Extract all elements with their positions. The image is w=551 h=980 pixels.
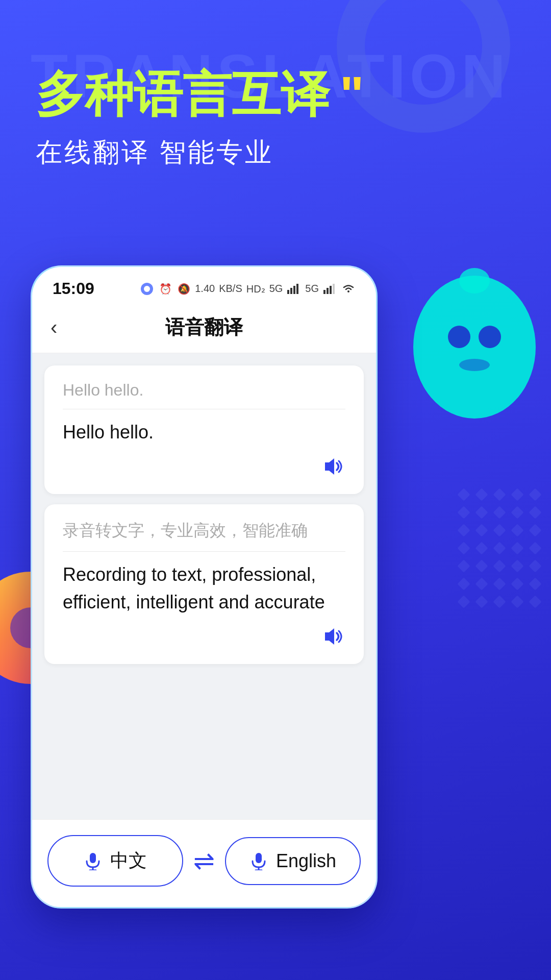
card-1-translated: Hello hello. (63, 419, 345, 446)
kb-speed: 1.40 (195, 283, 215, 295)
svg-rect-47 (327, 288, 329, 294)
status-bar: 15:09 ⏰ 🔕 1.40 KB/S HD₂ 5G 5G (32, 267, 376, 302)
swap-button[interactable]: ⇌ (193, 846, 215, 876)
svg-rect-14 (529, 506, 541, 519)
svg-rect-45 (296, 284, 298, 294)
svg-rect-12 (493, 506, 506, 519)
svg-rect-26 (475, 559, 488, 572)
hd2-badge: HD₂ (246, 283, 265, 295)
svg-rect-36 (475, 595, 488, 608)
deco-ghost (403, 265, 551, 429)
svg-rect-30 (457, 577, 470, 590)
svg-point-2 (479, 326, 501, 348)
svg-rect-11 (475, 506, 488, 519)
translation-card-1: Hello hello. Hello hello. (44, 365, 364, 494)
svg-rect-17 (493, 524, 506, 536)
svg-rect-7 (493, 488, 506, 501)
card-1-original: Hello hello. (63, 381, 345, 409)
svg-rect-27 (493, 559, 506, 572)
signal-icon-1 (287, 282, 301, 296)
bottom-bar: 中文 ⇌ English (32, 819, 376, 907)
english-lang-label: English (276, 850, 336, 872)
svg-rect-46 (323, 290, 325, 294)
deco-diamond-grid: // Using static diamonds (454, 485, 546, 630)
svg-rect-37 (493, 595, 506, 608)
svg-rect-35 (457, 595, 470, 608)
header-area: 多种语言互译 " 在线翻译 智能专业 (36, 66, 364, 170)
svg-rect-52 (90, 853, 96, 863)
svg-rect-24 (529, 542, 541, 554)
svg-rect-55 (256, 853, 262, 863)
headline-text: 多种语言互译 (36, 67, 330, 121)
headline-quotes: " (340, 66, 364, 122)
subheadline: 在线翻译 智能专业 (36, 135, 364, 170)
status-time: 15:09 (53, 279, 94, 298)
svg-marker-51 (325, 628, 334, 645)
mute-icon: 🔕 (177, 282, 191, 296)
svg-rect-15 (457, 524, 470, 536)
speaker-button-1[interactable] (321, 454, 345, 479)
network-5g-2: 5G (305, 283, 319, 295)
svg-rect-10 (457, 506, 470, 519)
chinese-lang-label: 中文 (110, 848, 147, 873)
network-5g-1: 5G (269, 283, 283, 295)
svg-rect-25 (457, 559, 470, 572)
back-button[interactable]: ‹ (51, 316, 57, 339)
svg-rect-16 (475, 524, 488, 536)
svg-rect-32 (493, 577, 506, 590)
svg-rect-43 (290, 288, 292, 294)
headline: 多种语言互译 " (36, 66, 364, 122)
svg-rect-49 (333, 284, 335, 294)
empty-space (44, 674, 364, 800)
svg-point-4 (459, 268, 490, 293)
svg-point-0 (413, 276, 536, 419)
speaker-button-2[interactable] (321, 624, 345, 649)
svg-rect-5 (457, 488, 470, 501)
status-icons: ⏰ 🔕 1.40 KB/S HD₂ 5G 5G (140, 282, 356, 296)
svg-rect-34 (529, 577, 541, 590)
app-status-icon (140, 282, 154, 296)
translation-card-2: 录音转文字，专业高效，智能准确 Recording to text, profe… (44, 504, 364, 664)
svg-rect-22 (493, 542, 506, 554)
english-lang-button[interactable]: English (225, 837, 361, 885)
kb-label: KB/S (219, 283, 242, 295)
svg-point-41 (144, 286, 150, 292)
svg-point-1 (448, 326, 470, 348)
chinese-lang-button[interactable]: 中文 (47, 835, 183, 887)
svg-rect-39 (529, 595, 541, 608)
svg-rect-44 (293, 286, 295, 294)
svg-rect-8 (511, 488, 523, 501)
svg-rect-20 (457, 542, 470, 554)
svg-rect-6 (475, 488, 488, 501)
svg-rect-13 (511, 506, 523, 519)
svg-rect-31 (475, 577, 488, 590)
svg-rect-38 (511, 595, 523, 608)
svg-rect-33 (511, 577, 523, 590)
signal-icon-2 (323, 282, 337, 296)
alarm-icon: ⏰ (158, 282, 172, 296)
wifi-icon (341, 282, 356, 296)
svg-rect-9 (529, 488, 541, 501)
svg-rect-29 (529, 559, 541, 572)
svg-rect-28 (511, 559, 523, 572)
svg-point-3 (459, 359, 490, 371)
app-bar: ‹ 语音翻译 (32, 302, 376, 353)
card-2-translated: Recording to text, professional, efficie… (63, 561, 345, 616)
content-area: Hello hello. Hello hello. 录音转文字，专业高效，智能准… (32, 353, 376, 813)
card-1-speaker-area (63, 454, 345, 479)
svg-rect-21 (475, 542, 488, 554)
svg-rect-18 (511, 524, 523, 536)
svg-marker-50 (325, 458, 334, 475)
svg-rect-48 (330, 286, 332, 294)
svg-rect-19 (529, 524, 541, 536)
card-2-original: 录音转文字，专业高效，智能准确 (63, 520, 345, 552)
app-title: 语音翻译 (165, 314, 243, 340)
svg-rect-23 (511, 542, 523, 554)
phone-mockup: 15:09 ⏰ 🔕 1.40 KB/S HD₂ 5G 5G (31, 265, 378, 909)
card-2-speaker-area (63, 624, 345, 649)
svg-rect-42 (287, 290, 289, 294)
